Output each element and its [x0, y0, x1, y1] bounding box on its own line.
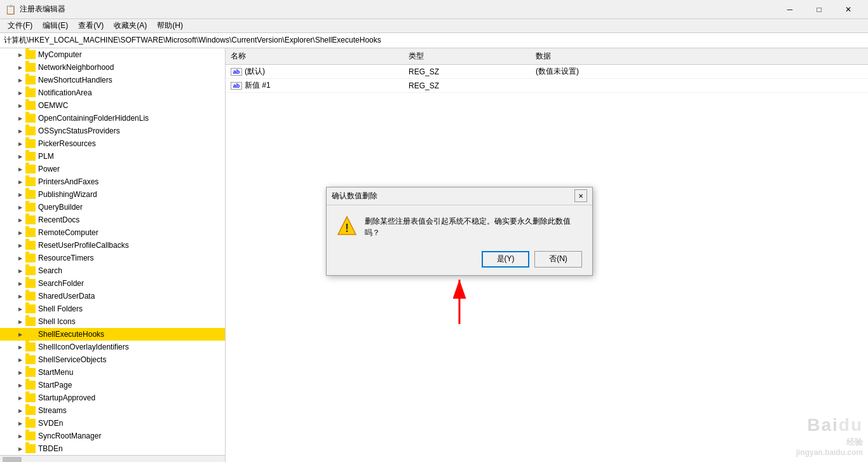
dialog-overlay: 确认数值删除 ✕ ! 删除某些注册表值会引起系统不稳定。确实要永久删除此数值吗？…	[0, 0, 868, 462]
svg-text:!: !	[345, 222, 349, 234]
dialog-close-button[interactable]: ✕	[574, 189, 587, 202]
dialog-title: 确认数值删除	[332, 191, 377, 201]
dialog-buttons: 是(Y) 否(N)	[337, 251, 582, 268]
confirm-no-button[interactable]: 否(N)	[534, 251, 582, 268]
dialog-content: ! 删除某些注册表值会引起系统不稳定。确实要永久删除此数值吗？ 是(Y) 否(N…	[327, 205, 592, 275]
arrow-indicator	[440, 273, 478, 324]
warning-icon: !	[337, 215, 357, 236]
confirm-yes-button[interactable]: 是(Y)	[482, 251, 529, 268]
dialog-title-bar: 确认数值删除 ✕	[327, 187, 592, 205]
confirm-dialog: 确认数值删除 ✕ ! 删除某些注册表值会引起系统不稳定。确实要永久删除此数值吗？…	[326, 187, 593, 276]
dialog-message: 删除某些注册表值会引起系统不稳定。确实要永久删除此数值吗？	[365, 215, 582, 238]
dialog-message-row: ! 删除某些注册表值会引起系统不稳定。确实要永久删除此数值吗？	[337, 215, 582, 238]
